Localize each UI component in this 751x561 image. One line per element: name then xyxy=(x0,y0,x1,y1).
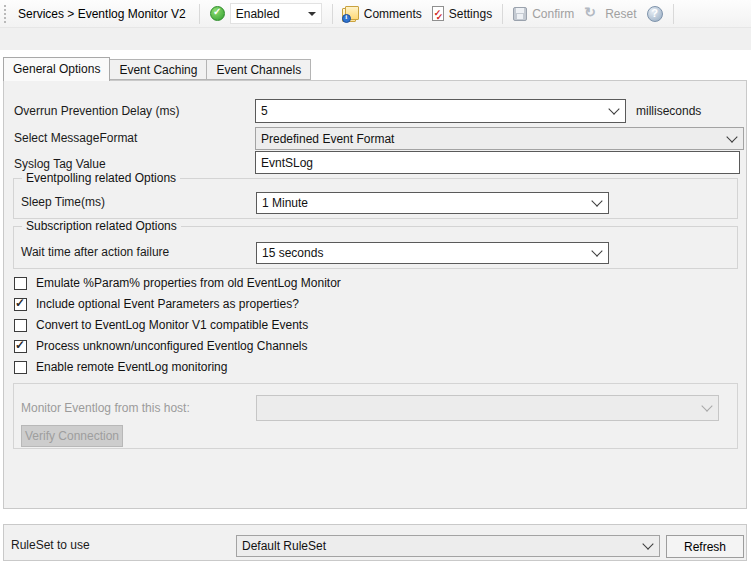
checkbox-label: Include optional Event Parameters as pro… xyxy=(36,297,299,311)
toolbar-separator xyxy=(199,4,200,24)
syslog-tag-value: EvntSLog xyxy=(261,156,313,170)
settings-checklist-icon xyxy=(432,6,444,21)
remote-host-groupbox: Monitor Eventlog from this host: Verify … xyxy=(13,383,738,449)
eventpolling-groupbox: Eventpolling related Options Sleep Time(… xyxy=(13,178,738,219)
message-format-label: Select MessageFormat xyxy=(14,131,137,145)
settings-button[interactable]: Settings xyxy=(427,2,497,26)
help-button[interactable] xyxy=(642,2,668,26)
breadcrumb: Services > Eventlog Monitor V2 xyxy=(18,7,186,21)
eventlog-monitor-window: Services > Eventlog Monitor V2 Enabled C… xyxy=(0,0,751,561)
syslog-tag-input[interactable]: EvntSLog xyxy=(255,151,740,174)
sleep-time-label: Sleep Time(ms) xyxy=(21,195,105,209)
toolbar-grip[interactable] xyxy=(4,5,9,23)
refresh-button-label: Refresh xyxy=(684,540,726,554)
tab-event-caching[interactable]: Event Caching xyxy=(109,59,207,80)
overrun-delay-value: 5 xyxy=(261,104,268,118)
message-format-dropdown[interactable]: Predefined Event Format xyxy=(255,127,744,150)
tab-strip: General Options Event Caching Event Chan… xyxy=(3,57,311,81)
checkbox-label: Convert to EventLog Monitor V1 compatibl… xyxy=(36,318,308,332)
chevron-down-icon xyxy=(701,400,712,411)
process-unknown-channels-checkbox[interactable] xyxy=(14,340,27,353)
ruleset-value: Default RuleSet xyxy=(242,539,326,553)
overrun-delay-label: Overrun Prevention Delay (ms) xyxy=(14,104,179,118)
wait-time-value: 15 seconds xyxy=(262,246,323,260)
checkbox-row: Convert to EventLog Monitor V1 compatibl… xyxy=(14,317,308,333)
confirm-button[interactable]: Confirm xyxy=(508,2,579,26)
wait-time-dropdown[interactable]: 15 seconds xyxy=(256,242,609,264)
toolbar-separator xyxy=(502,4,503,24)
sleep-time-value: 1 Minute xyxy=(262,196,308,210)
help-question-icon xyxy=(647,6,663,22)
wait-time-label: Wait time after action failure xyxy=(21,245,169,259)
checkbox-row: Emulate %Param% properties from old Even… xyxy=(14,275,341,291)
toolbar-separator xyxy=(332,4,333,24)
comments-note-icon xyxy=(343,6,359,22)
ruleset-label: RuleSet to use xyxy=(11,538,90,552)
refresh-button[interactable]: Refresh xyxy=(666,535,744,558)
ruleset-dropdown[interactable]: Default RuleSet xyxy=(236,535,660,557)
save-disk-icon xyxy=(513,7,527,21)
enabled-state-value: Enabled xyxy=(236,7,280,21)
checkbox-row: Enable remote EventLog monitoring xyxy=(14,359,227,375)
chevron-down-icon[interactable] xyxy=(608,103,619,114)
enabled-check-icon xyxy=(210,6,225,21)
chevron-down-icon[interactable] xyxy=(642,538,653,549)
toolbar-substrip xyxy=(0,28,751,50)
enabled-state-dropdown[interactable]: Enabled xyxy=(205,2,327,26)
reset-arrows-icon xyxy=(584,6,600,22)
checkbox-row: Process unknown/unconfigured Eventlog Ch… xyxy=(14,338,308,354)
checkbox-label: Process unknown/unconfigured Eventlog Ch… xyxy=(36,339,308,353)
sleep-time-dropdown[interactable]: 1 Minute xyxy=(256,192,609,214)
checkbox-label: Emulate %Param% properties from old Even… xyxy=(36,276,341,290)
convert-v1-checkbox[interactable] xyxy=(14,319,27,332)
reset-button-label: Reset xyxy=(605,7,636,21)
checkbox-label: Enable remote EventLog monitoring xyxy=(36,360,227,374)
general-options-panel: Overrun Prevention Delay (ms) 5 millisec… xyxy=(3,80,747,509)
tab-event-channels[interactable]: Event Channels xyxy=(206,59,311,80)
emulate-param-checkbox[interactable] xyxy=(14,277,27,290)
verify-connection-button[interactable]: Verify Connection xyxy=(21,425,123,447)
chevron-down-icon[interactable] xyxy=(591,245,602,256)
ruleset-footer-panel: RuleSet to use Default RuleSet Refresh xyxy=(3,524,747,561)
eventpolling-group-title: Eventpolling related Options xyxy=(22,171,180,185)
monitor-host-label: Monitor Eventlog from this host: xyxy=(21,401,190,415)
tab-general-options[interactable]: General Options xyxy=(3,57,110,81)
syslog-tag-label: Syslog Tag Value xyxy=(14,157,106,171)
subscription-group-title: Subscription related Options xyxy=(22,219,181,233)
chevron-down-icon[interactable] xyxy=(591,195,602,206)
chevron-down-icon[interactable] xyxy=(726,131,737,142)
monitor-host-dropdown[interactable] xyxy=(256,395,719,421)
enabled-state-combo[interactable]: Enabled xyxy=(230,3,322,24)
settings-button-label: Settings xyxy=(449,7,492,21)
confirm-button-label: Confirm xyxy=(532,7,574,21)
enable-remote-monitoring-checkbox[interactable] xyxy=(14,361,27,374)
verify-connection-label: Verify Connection xyxy=(25,429,119,443)
toolbar: Services > Eventlog Monitor V2 Enabled C… xyxy=(0,0,751,28)
caret-down-icon xyxy=(308,12,316,16)
reset-button[interactable]: Reset xyxy=(579,2,641,26)
checkbox-row: Include optional Event Parameters as pro… xyxy=(14,296,299,312)
subscription-groupbox: Subscription related Options Wait time a… xyxy=(13,226,738,269)
milliseconds-unit-label: milliseconds xyxy=(636,104,701,118)
include-optional-params-checkbox[interactable] xyxy=(14,298,27,311)
message-format-value: Predefined Event Format xyxy=(261,132,394,146)
overrun-delay-combobox[interactable]: 5 xyxy=(255,99,626,123)
comments-button[interactable]: Comments xyxy=(338,2,427,26)
comments-button-label: Comments xyxy=(364,7,422,21)
toolbar-separator xyxy=(673,4,674,24)
